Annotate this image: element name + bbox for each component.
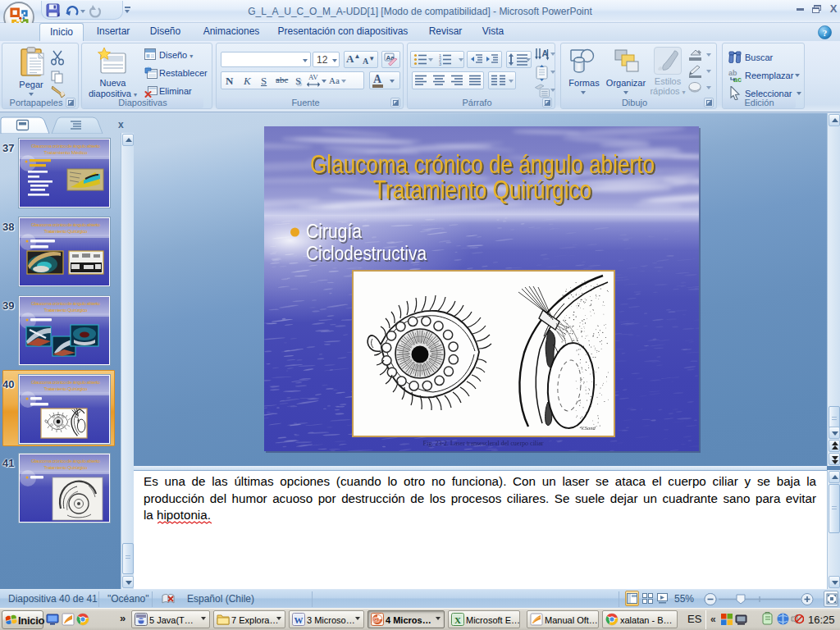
svg-text:x: x (118, 119, 124, 130)
svg-text:Glaucoma crónico de ángulo abi: Glaucoma crónico de ángulo abierto (31, 379, 101, 385)
svg-text:V.Sond: V.Sond (581, 425, 596, 431)
svg-text:Tratamiento Médico: Tratamiento Médico (44, 149, 89, 155)
svg-text:Glaucoma crónico de ángulo abi: Glaucoma crónico de ángulo abierto (31, 143, 101, 148)
svg-text:G: G (374, 617, 377, 622)
svg-text:Cirugía: Cirugía (306, 221, 362, 242)
svg-text:Tratamiento Quirúrgico: Tratamiento Quirúrgico (44, 228, 89, 234)
svg-text:Glaucoma crónico de ángulo abi: Glaucoma crónico de ángulo abierto (31, 221, 101, 227)
svg-text:3: 3 (439, 62, 441, 66)
svg-text:?: ? (823, 28, 828, 38)
svg-text:W: W (294, 615, 304, 625)
svg-text:Glaucoma crónico de ángulo abi: Glaucoma crónico de ángulo abierto (31, 300, 101, 306)
svg-text:Tratamiento Quirúrgico: Tratamiento Quirúrgico (44, 386, 89, 391)
svg-text:Fig. 23-2. Laser transescleral: Fig. 23-2. Laser transescleral del cuerp… (422, 440, 543, 447)
svg-text:X: X (454, 615, 461, 625)
svg-text:Tratamiento Quirúrgico: Tratamiento Quirúrgico (44, 464, 89, 470)
svg-text:Tratamiento Quirúrgico: Tratamiento Quirúrgico (373, 175, 591, 204)
svg-text:Tratamiento Quirúrgico: Tratamiento Quirúrgico (44, 307, 89, 313)
svg-text:Ciclodestructiva: Ciclodestructiva (306, 243, 427, 264)
svg-text:Glaucoma crónico de ángulo abi: Glaucoma crónico de ángulo abierto (31, 458, 101, 463)
